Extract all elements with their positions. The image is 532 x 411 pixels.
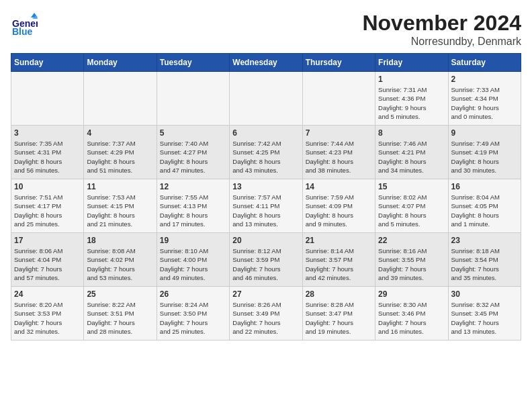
calendar-day-cell: 10Sunrise: 7:51 AM Sunset: 4:17 PM Dayli…	[11, 179, 84, 233]
day-number: 8	[378, 128, 445, 138]
calendar-day-cell: 17Sunrise: 8:06 AM Sunset: 4:04 PM Dayli…	[11, 233, 84, 287]
logo: General Blue	[11, 11, 40, 38]
day-number: 12	[160, 182, 226, 191]
day-info: Sunrise: 8:28 AM Sunset: 3:47 PM Dayligh…	[306, 300, 372, 336]
calendar-header-cell: Sunday	[11, 54, 84, 72]
calendar-day-cell: 11Sunrise: 7:53 AM Sunset: 4:15 PM Dayli…	[84, 179, 157, 233]
calendar-header-cell: Wednesday	[230, 54, 302, 72]
calendar-day-cell: 18Sunrise: 8:08 AM Sunset: 4:02 PM Dayli…	[84, 233, 157, 287]
day-number: 21	[306, 236, 372, 245]
day-number: 18	[87, 236, 153, 245]
location-title: Norresundby, Denmark	[362, 36, 521, 48]
day-info: Sunrise: 8:22 AM Sunset: 3:51 PM Dayligh…	[87, 300, 153, 336]
calendar-header-row: SundayMondayTuesdayWednesdayThursdayFrid…	[11, 54, 521, 72]
day-number: 15	[378, 182, 445, 191]
day-number: 20	[232, 236, 299, 245]
day-number: 30	[451, 289, 518, 299]
day-info: Sunrise: 7:57 AM Sunset: 4:11 PM Dayligh…	[232, 193, 299, 228]
calendar-day-cell: 13Sunrise: 7:57 AM Sunset: 4:11 PM Dayli…	[230, 179, 302, 233]
day-number: 5	[160, 128, 226, 138]
day-number: 3	[14, 128, 81, 138]
day-number: 11	[87, 182, 153, 191]
day-info: Sunrise: 8:16 AM Sunset: 3:55 PM Dayligh…	[378, 246, 445, 282]
logo-icon: General Blue	[11, 11, 38, 38]
calendar-day-cell: 16Sunrise: 8:04 AM Sunset: 4:05 PM Dayli…	[448, 179, 521, 233]
day-info: Sunrise: 8:24 AM Sunset: 3:50 PM Dayligh…	[160, 300, 226, 336]
calendar-day-cell: 6Sunrise: 7:42 AM Sunset: 4:25 PM Daylig…	[230, 126, 302, 179]
calendar-day-cell: 23Sunrise: 8:18 AM Sunset: 3:54 PM Dayli…	[448, 233, 521, 287]
calendar-day-cell: 2Sunrise: 7:33 AM Sunset: 4:34 PM Daylig…	[448, 72, 521, 126]
calendar-day-cell: 20Sunrise: 8:12 AM Sunset: 3:59 PM Dayli…	[230, 233, 302, 287]
calendar-day-cell: 5Sunrise: 7:40 AM Sunset: 4:27 PM Daylig…	[157, 126, 229, 179]
day-number: 29	[378, 289, 445, 299]
calendar-day-cell: 3Sunrise: 7:35 AM Sunset: 4:31 PM Daylig…	[11, 126, 84, 179]
day-info: Sunrise: 8:32 AM Sunset: 3:45 PM Dayligh…	[451, 300, 518, 336]
day-info: Sunrise: 8:10 AM Sunset: 4:00 PM Dayligh…	[160, 246, 226, 282]
calendar-day-cell: 21Sunrise: 8:14 AM Sunset: 3:57 PM Dayli…	[302, 233, 375, 287]
calendar-week-row: 24Sunrise: 8:20 AM Sunset: 3:53 PM Dayli…	[11, 287, 521, 340]
day-info: Sunrise: 8:20 AM Sunset: 3:53 PM Dayligh…	[14, 300, 81, 336]
calendar-header-cell: Saturday	[448, 54, 521, 72]
day-number: 10	[14, 182, 81, 191]
calendar-day-cell	[302, 72, 375, 126]
day-number: 23	[451, 236, 518, 245]
day-number: 26	[160, 289, 226, 299]
day-number: 22	[378, 236, 445, 245]
day-info: Sunrise: 8:02 AM Sunset: 4:07 PM Dayligh…	[378, 193, 445, 228]
calendar-day-cell: 15Sunrise: 8:02 AM Sunset: 4:07 PM Dayli…	[375, 179, 448, 233]
day-info: Sunrise: 7:59 AM Sunset: 4:09 PM Dayligh…	[306, 193, 372, 228]
day-info: Sunrise: 8:12 AM Sunset: 3:59 PM Dayligh…	[232, 246, 299, 282]
day-info: Sunrise: 7:42 AM Sunset: 4:25 PM Dayligh…	[232, 139, 299, 175]
calendar-day-cell: 26Sunrise: 8:24 AM Sunset: 3:50 PM Dayli…	[157, 287, 229, 340]
day-info: Sunrise: 8:04 AM Sunset: 4:05 PM Dayligh…	[451, 193, 518, 228]
day-info: Sunrise: 7:35 AM Sunset: 4:31 PM Dayligh…	[14, 139, 81, 175]
calendar-day-cell: 19Sunrise: 8:10 AM Sunset: 4:00 PM Dayli…	[157, 233, 229, 287]
calendar-day-cell: 25Sunrise: 8:22 AM Sunset: 3:51 PM Dayli…	[84, 287, 157, 340]
page-header: General Blue November 2024 Norresundby, …	[11, 11, 521, 48]
day-info: Sunrise: 7:40 AM Sunset: 4:27 PM Dayligh…	[160, 139, 226, 175]
day-number: 27	[232, 289, 299, 299]
calendar-day-cell: 9Sunrise: 7:49 AM Sunset: 4:19 PM Daylig…	[448, 126, 521, 179]
title-block: November 2024 Norresundby, Denmark	[362, 11, 521, 48]
day-info: Sunrise: 7:51 AM Sunset: 4:17 PM Dayligh…	[14, 193, 81, 228]
day-info: Sunrise: 7:31 AM Sunset: 4:36 PM Dayligh…	[378, 85, 445, 121]
calendar-table: SundayMondayTuesdayWednesdayThursdayFrid…	[11, 53, 521, 340]
day-info: Sunrise: 7:33 AM Sunset: 4:34 PM Dayligh…	[451, 85, 518, 121]
day-number: 28	[306, 289, 372, 299]
calendar-day-cell	[230, 72, 302, 126]
calendar-header-cell: Friday	[375, 54, 448, 72]
calendar-header-cell: Monday	[84, 54, 157, 72]
day-info: Sunrise: 8:06 AM Sunset: 4:04 PM Dayligh…	[14, 246, 81, 282]
day-number: 14	[306, 182, 372, 191]
calendar-day-cell: 1Sunrise: 7:31 AM Sunset: 4:36 PM Daylig…	[375, 72, 448, 126]
day-info: Sunrise: 7:55 AM Sunset: 4:13 PM Dayligh…	[160, 193, 226, 228]
day-number: 2	[451, 75, 518, 84]
calendar-day-cell	[84, 72, 157, 126]
day-info: Sunrise: 7:49 AM Sunset: 4:19 PM Dayligh…	[451, 139, 518, 175]
calendar-day-cell: 14Sunrise: 7:59 AM Sunset: 4:09 PM Dayli…	[302, 179, 375, 233]
day-number: 24	[14, 289, 81, 299]
day-number: 9	[451, 128, 518, 138]
calendar-day-cell	[157, 72, 229, 126]
day-info: Sunrise: 8:26 AM Sunset: 3:49 PM Dayligh…	[232, 300, 299, 336]
calendar-day-cell: 24Sunrise: 8:20 AM Sunset: 3:53 PM Dayli…	[11, 287, 84, 340]
calendar-day-cell: 12Sunrise: 7:55 AM Sunset: 4:13 PM Dayli…	[157, 179, 229, 233]
calendar-day-cell: 29Sunrise: 8:30 AM Sunset: 3:46 PM Dayli…	[375, 287, 448, 340]
day-number: 1	[378, 75, 445, 84]
day-number: 25	[87, 289, 153, 299]
day-number: 7	[306, 128, 372, 138]
calendar-day-cell: 8Sunrise: 7:46 AM Sunset: 4:21 PM Daylig…	[375, 126, 448, 179]
day-info: Sunrise: 8:30 AM Sunset: 3:46 PM Dayligh…	[378, 300, 445, 336]
calendar-week-row: 10Sunrise: 7:51 AM Sunset: 4:17 PM Dayli…	[11, 179, 521, 233]
month-title: November 2024	[362, 11, 521, 36]
calendar-header-cell: Thursday	[302, 54, 375, 72]
calendar-week-row: 1Sunrise: 7:31 AM Sunset: 4:36 PM Daylig…	[11, 72, 521, 126]
day-number: 6	[232, 128, 299, 138]
calendar-day-cell: 27Sunrise: 8:26 AM Sunset: 3:49 PM Dayli…	[230, 287, 302, 340]
day-info: Sunrise: 8:08 AM Sunset: 4:02 PM Dayligh…	[87, 246, 153, 282]
calendar-day-cell: 28Sunrise: 8:28 AM Sunset: 3:47 PM Dayli…	[302, 287, 375, 340]
calendar-day-cell: 4Sunrise: 7:37 AM Sunset: 4:29 PM Daylig…	[84, 126, 157, 179]
day-number: 16	[451, 182, 518, 191]
day-info: Sunrise: 7:53 AM Sunset: 4:15 PM Dayligh…	[87, 193, 153, 228]
day-info: Sunrise: 7:37 AM Sunset: 4:29 PM Dayligh…	[87, 139, 153, 175]
